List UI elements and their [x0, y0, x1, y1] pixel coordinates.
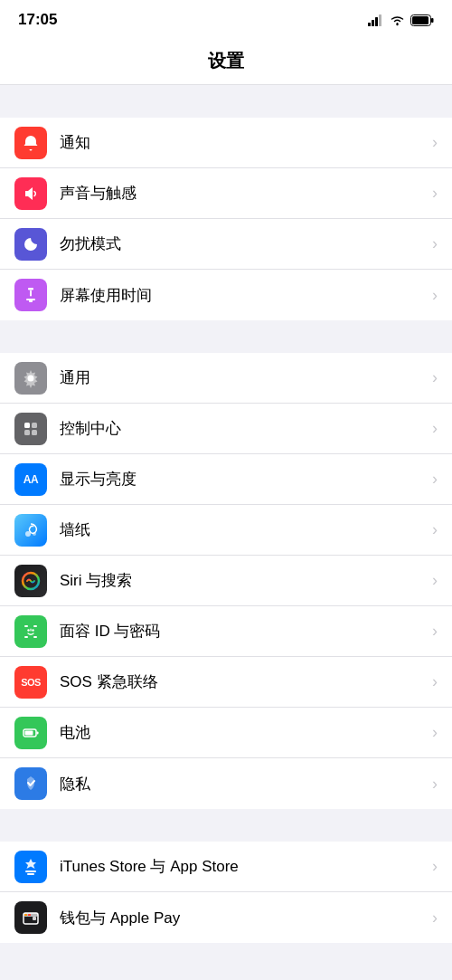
battery-row-icon	[14, 717, 47, 749]
section-gap-1	[0, 85, 452, 118]
section-2: 通用 › 控制中心 › AA 显示与亮度 › 墙纸	[0, 353, 452, 809]
svg-rect-9	[30, 290, 32, 297]
row-display[interactable]: AA 显示与亮度 ›	[0, 454, 452, 505]
wallet-icon	[14, 901, 47, 934]
row-screentime[interactable]: 屏幕使用时间 ›	[0, 270, 452, 320]
dnd-label: 勿扰模式	[60, 233, 425, 254]
svg-rect-29	[25, 730, 33, 735]
display-label: 显示与亮度	[60, 469, 425, 490]
sos-label: SOS 紧急联络	[60, 671, 425, 692]
svg-rect-15	[32, 423, 37, 428]
row-itunes[interactable]: iTunes Store 与 App Store ›	[0, 842, 452, 892]
section-gap-2	[0, 320, 452, 353]
dnd-chevron: ›	[432, 234, 438, 253]
svg-rect-1	[372, 20, 374, 26]
row-faceid[interactable]: 面容 ID 与密码 ›	[0, 606, 452, 657]
status-icons	[368, 14, 434, 26]
svg-rect-11	[26, 299, 35, 300]
section-3: iTunes Store 与 App Store › 钱包与 Apple Pay…	[0, 842, 452, 943]
siri-chevron: ›	[432, 571, 438, 590]
wallet-chevron: ›	[432, 909, 438, 928]
row-siri[interactable]: Siri 与搜索 ›	[0, 556, 452, 606]
svg-rect-21	[24, 625, 28, 627]
itunes-chevron: ›	[432, 857, 438, 876]
general-icon	[14, 362, 47, 395]
sos-chevron: ›	[432, 672, 438, 691]
svg-point-4	[396, 23, 398, 24]
svg-point-26	[32, 629, 33, 631]
section-gap-4	[0, 943, 452, 975]
wallpaper-chevron: ›	[432, 520, 438, 539]
screentime-label: 屏幕使用时间	[60, 285, 425, 306]
row-controlcenter[interactable]: 控制中心 ›	[0, 404, 452, 454]
svg-rect-0	[368, 23, 371, 26]
privacy-icon	[14, 767, 47, 800]
section-1: 通知 › 声音与触感 › 勿扰模式 ›	[0, 118, 452, 320]
row-wallpaper[interactable]: 墙纸 ›	[0, 505, 452, 556]
notifications-chevron: ›	[432, 133, 438, 152]
page-title: 设置	[0, 40, 452, 85]
signal-icon	[368, 14, 384, 26]
row-dnd[interactable]: 勿扰模式 ›	[0, 219, 452, 270]
wallet-label: 钱包与 Apple Pay	[60, 908, 425, 928]
display-icon: AA	[14, 463, 47, 496]
row-privacy[interactable]: 隐私 ›	[0, 758, 452, 809]
svg-rect-33	[33, 917, 36, 920]
controlcenter-icon	[14, 413, 47, 445]
siri-label: Siri 与搜索	[60, 570, 425, 591]
svg-rect-3	[379, 14, 381, 26]
row-notifications[interactable]: 通知 ›	[0, 118, 452, 168]
faceid-label: 面容 ID 与密码	[60, 621, 425, 642]
battery-icon	[410, 14, 434, 26]
row-general[interactable]: 通用 ›	[0, 353, 452, 404]
svg-rect-16	[24, 430, 30, 435]
controlcenter-label: 控制中心	[60, 418, 425, 439]
svg-rect-7	[431, 18, 434, 23]
screentime-icon	[14, 279, 47, 311]
svg-rect-35	[28, 914, 31, 916]
svg-rect-30	[37, 731, 39, 734]
battery-chevron: ›	[432, 723, 438, 742]
status-bar: 17:05	[0, 0, 452, 40]
siri-icon	[14, 565, 47, 597]
display-chevron: ›	[432, 470, 438, 489]
sounds-icon	[14, 177, 47, 210]
watermark: wjhotelgroup.com	[0, 975, 452, 980]
row-battery[interactable]: 电池 ›	[0, 708, 452, 758]
sounds-chevron: ›	[432, 184, 438, 203]
dnd-icon	[14, 228, 47, 261]
privacy-chevron: ›	[432, 775, 438, 794]
svg-rect-17	[32, 430, 37, 435]
faceid-chevron: ›	[432, 622, 438, 641]
wallpaper-icon	[14, 514, 47, 547]
svg-point-13	[28, 376, 33, 381]
general-chevron: ›	[432, 368, 438, 387]
status-time: 17:05	[18, 11, 57, 29]
row-wallet[interactable]: 钱包与 Apple Pay ›	[0, 892, 452, 943]
svg-point-18	[25, 531, 31, 537]
svg-rect-34	[24, 914, 27, 916]
svg-point-25	[27, 629, 29, 631]
svg-rect-23	[24, 636, 28, 638]
row-sounds[interactable]: 声音与触感 ›	[0, 168, 452, 219]
battery-label: 电池	[60, 722, 425, 743]
general-label: 通用	[60, 367, 425, 388]
sounds-label: 声音与触感	[60, 183, 425, 204]
svg-rect-8	[28, 288, 33, 290]
svg-rect-14	[24, 423, 30, 428]
itunes-icon	[14, 851, 47, 883]
row-sos[interactable]: SOS SOS 紧急联络 ›	[0, 657, 452, 708]
svg-rect-22	[33, 625, 37, 627]
svg-rect-24	[33, 636, 37, 638]
section-gap-3	[0, 809, 452, 842]
privacy-label: 隐私	[60, 774, 425, 794]
itunes-label: iTunes Store 与 App Store	[60, 856, 425, 877]
screentime-chevron: ›	[432, 286, 438, 305]
svg-rect-2	[375, 17, 378, 26]
wifi-icon	[390, 14, 405, 26]
svg-rect-6	[412, 16, 428, 24]
faceid-icon	[14, 615, 47, 648]
notifications-icon	[14, 127, 47, 159]
wallpaper-label: 墙纸	[60, 519, 425, 540]
controlcenter-chevron: ›	[432, 419, 438, 438]
